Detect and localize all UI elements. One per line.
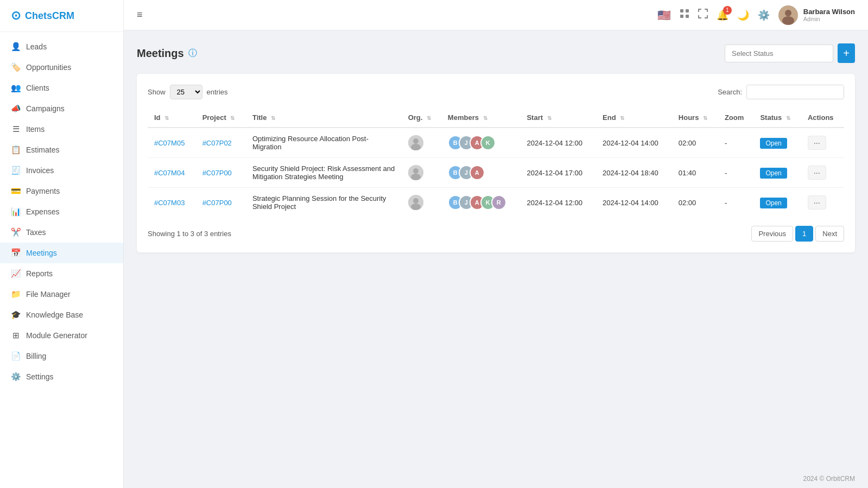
col-title[interactable]: Title ⇅	[246, 108, 402, 128]
col-start[interactable]: Start ⇅	[520, 108, 596, 128]
svg-rect-3	[686, 15, 689, 18]
footer: 2024 © OrbitCRM	[124, 470, 868, 488]
sidebar-label-module-generator: Module Generator	[26, 331, 87, 340]
svg-point-5	[785, 10, 791, 16]
col-id[interactable]: Id ⇅	[148, 108, 196, 128]
sidebar-item-clients[interactable]: 👥Clients	[0, 78, 123, 98]
cell-members: BJA	[441, 158, 521, 188]
project-id-link[interactable]: #C07P00	[202, 169, 232, 177]
content-area: Meetings ⓘ + Show 25 10 50 100	[124, 30, 868, 470]
dark-mode-icon[interactable]: 🌙	[737, 9, 749, 21]
next-button[interactable]: Next	[815, 226, 844, 242]
sidebar-item-reports[interactable]: 📈Reports	[0, 263, 123, 284]
sidebar-item-estimates[interactable]: 📋Estimates	[0, 140, 123, 160]
fullscreen-icon[interactable]	[698, 9, 708, 21]
sidebar-label-campaigns: Campaigns	[26, 104, 65, 113]
cell-status: Open	[753, 188, 801, 218]
svg-rect-2	[680, 15, 683, 18]
sidebar-item-expenses[interactable]: 📊Expenses	[0, 201, 123, 222]
entries-select[interactable]: 25 10 50 100	[170, 85, 202, 99]
info-icon[interactable]: ⓘ	[188, 48, 197, 59]
entries-label: entries	[207, 88, 228, 96]
col-status[interactable]: Status ⇅	[753, 108, 801, 128]
sidebar-item-settings[interactable]: ⚙️Settings	[0, 366, 123, 387]
svg-point-8	[413, 138, 419, 144]
sidebar: ⊙ ChetsCRM 👤Leads🏷️Opportunities👥Clients…	[0, 0, 124, 488]
col-end[interactable]: End ⇅	[596, 108, 672, 128]
col-project[interactable]: Project ⇅	[196, 108, 246, 128]
actions-button[interactable]: ···	[808, 166, 826, 180]
sidebar-item-file-manager[interactable]: 📁File Manager	[0, 284, 123, 305]
page-1-button[interactable]: 1	[795, 226, 813, 242]
hamburger-icon[interactable]: ≡	[137, 9, 143, 21]
search-label: Search:	[718, 88, 742, 96]
cell-project: #C07P02	[196, 128, 246, 158]
cell-end: 2024-12-04 14:00	[596, 128, 672, 158]
notification-icon[interactable]: 🔔 1	[717, 9, 728, 21]
settings-icon[interactable]: ⚙️	[758, 9, 770, 21]
cell-project: #C07P00	[196, 158, 246, 188]
topbar-left: ≡	[137, 9, 143, 21]
sidebar-label-meetings: Meetings	[26, 249, 57, 257]
project-id-link[interactable]: #C07P02	[202, 139, 232, 147]
logo-text: ChetsCRM	[25, 10, 74, 22]
sidebar-item-opportunities[interactable]: 🏷️Opportunities	[0, 57, 123, 78]
estimates-icon: 📋	[11, 145, 21, 155]
flag-icon[interactable]: 🇺🇸	[657, 9, 671, 22]
meeting-id-link[interactable]: #C07M03	[154, 199, 185, 207]
grid-icon[interactable]	[680, 9, 689, 21]
org-avatar	[408, 135, 423, 150]
cell-actions: ···	[801, 158, 844, 188]
sidebar-item-taxes[interactable]: ✂️Taxes	[0, 222, 123, 243]
add-meeting-button[interactable]: +	[838, 43, 855, 63]
show-label: Show	[148, 88, 166, 96]
sidebar-item-payments[interactable]: 💳Payments	[0, 181, 123, 201]
logo: ⊙ ChetsCRM	[0, 0, 123, 32]
col-members[interactable]: Members ⇅	[441, 108, 521, 128]
sidebar-item-items[interactable]: ☰Items	[0, 119, 123, 140]
sidebar-label-opportunities: Opportunities	[26, 63, 71, 72]
sidebar-item-leads[interactable]: 👤Leads	[0, 36, 123, 57]
search-input[interactable]	[746, 85, 844, 99]
col-hours[interactable]: Hours ⇅	[672, 108, 718, 128]
status-badge: Open	[760, 198, 787, 208]
cell-hours: 01:40	[672, 158, 718, 188]
meeting-id-link[interactable]: #C07M04	[154, 169, 185, 177]
items-icon: ☰	[11, 124, 21, 134]
sidebar-label-clients: Clients	[26, 84, 49, 92]
svg-rect-0	[680, 9, 683, 12]
svg-point-9	[411, 144, 421, 150]
cell-hours: 02:00	[672, 188, 718, 218]
cell-status: Open	[753, 128, 801, 158]
cell-end: 2024-12-04 18:40	[596, 158, 672, 188]
sidebar-label-leads: Leads	[26, 42, 47, 51]
sidebar-item-module-generator[interactable]: ⊞Module Generator	[0, 325, 123, 346]
pagination-wrap: Showing 1 to 3 of 3 entries Previous 1 N…	[148, 226, 844, 242]
svg-point-6	[782, 16, 794, 25]
sidebar-label-reports: Reports	[26, 269, 53, 278]
cell-zoom: -	[718, 188, 754, 218]
sidebar-item-invoices[interactable]: 🧾Invoices	[0, 160, 123, 181]
cell-project: #C07P00	[196, 188, 246, 218]
footer-text: 2024 © OrbitCRM	[803, 475, 855, 483]
previous-button[interactable]: Previous	[751, 226, 793, 242]
sidebar-item-knowledge-base[interactable]: 🎓Knowledge Base	[0, 305, 123, 325]
col-org[interactable]: Org. ⇅	[402, 108, 441, 128]
sidebar-item-campaigns[interactable]: 📣Campaigns	[0, 98, 123, 119]
sidebar-label-knowledge-base: Knowledge Base	[26, 310, 83, 319]
settings-icon: ⚙️	[11, 372, 21, 382]
file-manager-icon: 📁	[11, 289, 21, 299]
meeting-id-link[interactable]: #C07M05	[154, 139, 185, 147]
actions-button[interactable]: ···	[808, 195, 826, 210]
project-id-link[interactable]: #C07P00	[202, 199, 232, 207]
member-avatar: K	[480, 135, 496, 150]
status-select[interactable]	[725, 45, 833, 62]
sidebar-item-billing[interactable]: 📄Billing	[0, 346, 123, 366]
sidebar-item-meetings[interactable]: 📅Meetings	[0, 243, 123, 263]
user-profile[interactable]: Barbara Wilson Admin	[778, 5, 855, 25]
header-row: Id ⇅ Project ⇅ Title ⇅ Org. ⇅ Members ⇅ …	[148, 108, 844, 128]
org-avatar	[408, 165, 423, 180]
cell-title: Security Shield Project: Risk Assessment…	[246, 158, 402, 188]
svg-point-14	[413, 198, 419, 204]
actions-button[interactable]: ···	[808, 136, 826, 150]
